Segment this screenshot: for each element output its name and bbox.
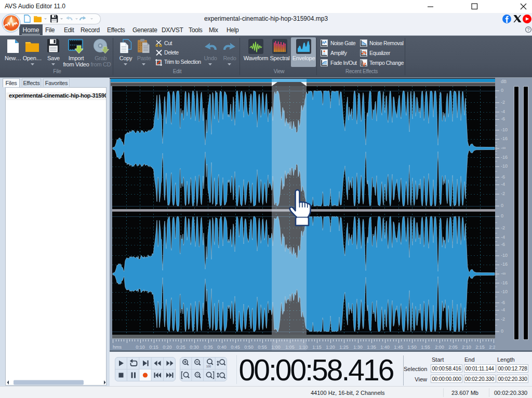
svg-text:100: 100 [206, 365, 211, 368]
svg-text:?: ? [527, 27, 529, 32]
